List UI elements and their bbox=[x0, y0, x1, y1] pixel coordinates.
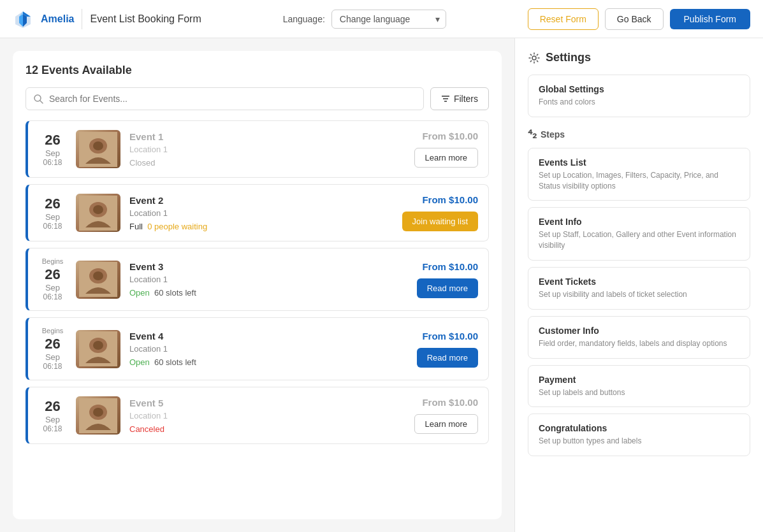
learn-more-button-5[interactable]: Learn more bbox=[414, 414, 478, 434]
step-card-1[interactable]: Event Info Set up Staff, Location, Galle… bbox=[528, 207, 750, 261]
step-desc-0: Set up Location, Images, Filters, Capaci… bbox=[539, 170, 739, 192]
publish-form-button[interactable]: Publish Form bbox=[670, 9, 750, 29]
event-info-1: Event 1 Location 1 Closed bbox=[129, 131, 386, 168]
read-more-button-3[interactable]: Read more bbox=[417, 278, 478, 298]
settings-icon bbox=[528, 52, 541, 64]
event-card-5: 26 Sep 06:18 Event 5 Location 1 Canceled… bbox=[25, 387, 489, 444]
event-date-5: 26 Sep 06:18 bbox=[38, 398, 67, 433]
svg-line-6 bbox=[40, 101, 43, 103]
left-panel: 12 Events Available Filters bbox=[0, 38, 514, 532]
event-date-4: Begins26 Sep 06:18 bbox=[38, 327, 67, 371]
events-list: 26 Sep 06:18 Event 1 Location 1 Closed F… bbox=[25, 120, 489, 444]
begins-prefix: Begins bbox=[38, 327, 67, 334]
step-card-2[interactable]: Event Tickets Set up visibility and labe… bbox=[528, 267, 750, 310]
event-day: 26 bbox=[38, 196, 67, 212]
step-card-3[interactable]: Customer Info Field order, mandatory fie… bbox=[528, 316, 750, 359]
global-settings-card[interactable]: Global Settings Fonts and colors bbox=[528, 75, 750, 117]
amelia-logo bbox=[13, 9, 33, 29]
event-status: Open 60 slots left bbox=[129, 288, 386, 298]
step-desc-4: Set up labels and buttons bbox=[539, 387, 739, 398]
steps-label-text: Steps bbox=[541, 129, 565, 140]
event-price-4: From $10.00 bbox=[422, 331, 478, 341]
header-left: Amelia Event List Booking Form bbox=[13, 9, 201, 29]
event-month: Sep bbox=[38, 283, 67, 292]
event-right-5: From $10.00 Learn more bbox=[395, 397, 478, 434]
svg-point-25 bbox=[532, 56, 536, 60]
event-info-2: Event 2 Location 1 Full 0 people waiting bbox=[129, 195, 386, 231]
event-date-3: Begins26 Sep 06:18 bbox=[38, 257, 67, 301]
page-title: Event List Booking Form bbox=[90, 13, 201, 25]
learn-more-button-1[interactable]: Learn more bbox=[414, 148, 478, 168]
event-time: 06:18 bbox=[38, 292, 67, 301]
join-waiting-button-2[interactable]: Join waiting list bbox=[402, 212, 478, 231]
step-desc-5: Set up button types and labels bbox=[539, 436, 739, 447]
settings-title: Settings bbox=[528, 51, 750, 64]
global-settings-title: Global Settings bbox=[539, 84, 739, 94]
go-back-button[interactable]: Go Back bbox=[605, 8, 664, 30]
event-image-5 bbox=[76, 396, 120, 435]
event-image-3 bbox=[76, 261, 120, 299]
read-more-button-4[interactable]: Read more bbox=[417, 348, 478, 368]
event-price-3: From $10.00 bbox=[422, 261, 478, 272]
form-container: 12 Events Available Filters bbox=[13, 51, 502, 519]
event-location-5: Location 1 bbox=[129, 411, 386, 421]
step-card-4[interactable]: Payment Set up labels and buttons bbox=[528, 365, 750, 408]
event-image-1 bbox=[76, 130, 120, 168]
event-card-3: Begins26 Sep 06:18 Event 3 Location 1 Op… bbox=[25, 248, 489, 311]
steps-icon: ⁴₂ bbox=[528, 127, 537, 141]
search-input[interactable] bbox=[25, 87, 424, 110]
event-month: Sep bbox=[38, 212, 67, 222]
filters-button[interactable]: Filters bbox=[430, 87, 489, 110]
svg-point-15 bbox=[93, 205, 103, 214]
event-status: Closed bbox=[129, 158, 386, 168]
event-day: 26 bbox=[38, 266, 67, 283]
svg-point-18 bbox=[93, 271, 103, 280]
events-count-title: 12 Events Available bbox=[25, 64, 489, 77]
event-card-2: 26 Sep 06:18 Event 2 Location 1 Full 0 p… bbox=[25, 184, 489, 241]
reset-form-button[interactable]: Reset Form bbox=[528, 8, 599, 30]
step-title-0: Events List bbox=[539, 157, 739, 168]
language-label: Language: bbox=[283, 14, 325, 24]
slots-left: 60 slots left bbox=[154, 357, 196, 367]
global-settings-desc: Fonts and colors bbox=[539, 97, 739, 108]
event-location-1: Location 1 bbox=[129, 145, 386, 154]
language-select[interactable]: Change language bbox=[331, 10, 446, 29]
event-card-4: Begins26 Sep 06:18 Event 4 Location 1 Op… bbox=[25, 317, 489, 380]
begins-prefix: Begins bbox=[38, 257, 67, 265]
event-name-1: Event 1 bbox=[129, 131, 386, 142]
event-info-3: Event 3 Location 1 Open 60 slots left bbox=[129, 261, 386, 298]
event-name-3: Event 3 bbox=[129, 261, 386, 272]
event-status: Full 0 people waiting bbox=[129, 222, 386, 231]
event-status: Canceled bbox=[129, 424, 386, 434]
search-input-wrapper bbox=[25, 87, 424, 110]
event-time: 06:18 bbox=[38, 158, 67, 167]
event-name-4: Event 4 bbox=[129, 331, 386, 341]
event-day: 26 bbox=[38, 132, 67, 148]
steps-section-label: ⁴₂ Steps bbox=[528, 127, 750, 141]
event-location-2: Location 1 bbox=[129, 208, 386, 218]
step-card-0[interactable]: Events List Set up Location, Images, Fil… bbox=[528, 148, 750, 201]
brand-name: Amelia bbox=[41, 13, 74, 25]
right-panel: Settings Global Settings Fonts and color… bbox=[514, 38, 763, 532]
header-divider bbox=[82, 9, 82, 29]
header-actions: Reset Form Go Back Publish Form bbox=[528, 8, 750, 30]
event-month: Sep bbox=[38, 352, 67, 362]
event-location-3: Location 1 bbox=[129, 275, 386, 284]
language-selector-area: Language: Change language bbox=[283, 10, 446, 29]
step-title-5: Congratulations bbox=[539, 423, 739, 433]
event-info-5: Event 5 Location 1 Canceled bbox=[129, 398, 386, 434]
event-info-4: Event 4 Location 1 Open 60 slots left bbox=[129, 331, 386, 367]
step-desc-1: Set up Staff, Location, Gallery and othe… bbox=[539, 229, 739, 251]
filters-label: Filters bbox=[454, 94, 478, 104]
svg-point-21 bbox=[93, 341, 103, 350]
event-date-1: 26 Sep 06:18 bbox=[38, 132, 67, 167]
step-card-5[interactable]: Congratulations Set up button types and … bbox=[528, 413, 750, 456]
svg-point-12 bbox=[93, 141, 103, 150]
event-month: Sep bbox=[38, 148, 67, 158]
event-day: 26 bbox=[38, 398, 67, 415]
event-location-4: Location 1 bbox=[129, 344, 386, 354]
search-icon bbox=[33, 94, 43, 104]
event-right-4: From $10.00 Read more bbox=[395, 331, 478, 368]
step-title-4: Payment bbox=[539, 375, 739, 385]
search-bar: Filters bbox=[25, 87, 489, 110]
